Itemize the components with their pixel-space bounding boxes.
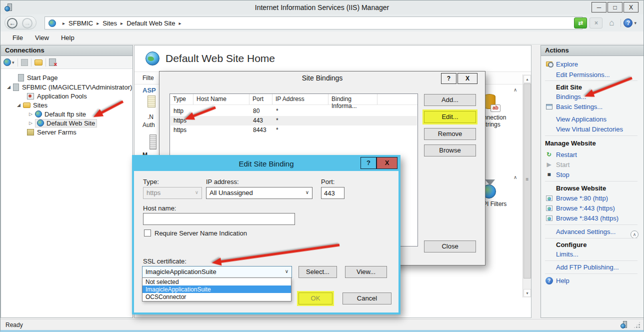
action-help[interactable]: ? Help	[541, 276, 644, 285]
breadcrumb-item-sites[interactable]: Sites	[102, 20, 117, 27]
refresh-page-icon[interactable]: ⇄	[574, 18, 587, 28]
action-view-applications[interactable]: View Applications	[541, 114, 644, 124]
tree-item-default-web-site[interactable]: ▷ Default Web Site	[29, 118, 97, 128]
divider	[545, 80, 638, 81]
scroll-down-icon[interactable]: ▾	[524, 289, 531, 297]
forward-button[interactable]: →	[22, 18, 32, 28]
column-header-type[interactable]: Type	[170, 94, 194, 104]
help-menu-button[interactable]: ? ▾	[624, 18, 636, 28]
tree-item-server-farms[interactable]: Server Farms	[27, 128, 76, 136]
add-button[interactable]: Add...	[424, 94, 476, 106]
tree-item-server[interactable]: ◢ SFBMIC (IMAGICLETV\Administrator)	[7, 82, 132, 92]
dialog-help-button[interactable]: ?	[441, 73, 456, 84]
action-limits[interactable]: Limits...	[541, 250, 644, 258]
tree-label: Default ftp site	[44, 110, 86, 118]
server-icon	[13, 84, 19, 91]
scroll-up-icon[interactable]: ▴	[524, 75, 531, 83]
view-certificate-button[interactable]: View...	[345, 266, 387, 278]
help-icon: ?	[546, 277, 553, 284]
tree-item-sites[interactable]: ◢ Sites	[17, 100, 48, 110]
stop-icon[interactable]: ×	[590, 18, 602, 28]
tree-expanded-icon[interactable]: ◢	[17, 102, 23, 108]
content-scrollbar[interactable]: ▴ ≡ ▾	[522, 74, 531, 298]
tree-item-default-ftp-site[interactable]: ▷ Default ftp site	[29, 110, 86, 118]
menu-help[interactable]: Help	[55, 34, 80, 42]
port-input[interactable]	[321, 187, 344, 199]
dialog-close-button[interactable]: X	[458, 73, 478, 84]
tree-collapsed-icon[interactable]: ▷	[29, 112, 35, 116]
feature-label-fragment: Auth	[142, 122, 155, 128]
up-folder-icon[interactable]	[34, 60, 42, 66]
close-button[interactable]: X	[624, 2, 638, 12]
minimize-button[interactable]: ─	[592, 2, 606, 12]
close-dialog-button[interactable]: Close	[424, 240, 476, 252]
breadcrumb-globe-icon	[48, 20, 56, 27]
edit-button[interactable]: Edit...	[424, 111, 476, 123]
host-name-label: Host name:	[143, 204, 176, 212]
close-icon: X	[466, 75, 470, 82]
tree-collapsed-icon[interactable]: ▷	[29, 120, 35, 126]
action-bindings[interactable]: Bindings...	[541, 92, 644, 101]
group-collapse-icon[interactable]: ∧	[514, 174, 517, 180]
maximize-button[interactable]: □	[608, 2, 622, 12]
back-button[interactable]: ←	[7, 18, 18, 28]
column-header-host-name[interactable]: Host Name	[194, 94, 250, 104]
host-name-input[interactable]	[143, 213, 295, 225]
breadcrumb-item-server[interactable]: SFBMIC	[68, 20, 93, 27]
ssl-option-not-selected[interactable]: Not selected	[142, 278, 291, 286]
divider	[545, 238, 638, 238]
binding-row-https-8443[interactable]: https 8443 *	[170, 126, 417, 135]
action-browse-443[interactable]: Browse *:443 (https)	[541, 204, 644, 212]
save-icon[interactable]	[21, 59, 28, 66]
feature-group-header-fragment: ASP	[142, 86, 156, 94]
action-add-ftp-publishing[interactable]: Add FTP Publishing...	[541, 262, 644, 272]
action-advanced-settings[interactable]: Advanced Settings...	[541, 227, 644, 236]
select-certificate-button[interactable]: Select...	[298, 266, 337, 278]
ssl-certificate-select[interactable]: ImagicleApplicationSuite ∨	[142, 266, 292, 278]
resize-grip[interactable]	[634, 322, 640, 328]
action-browse-80[interactable]: Browse *:80 (http)	[541, 194, 644, 202]
action-stop[interactable]: ■ Stop	[541, 170, 644, 179]
column-header-port[interactable]: Port	[250, 94, 272, 104]
tree-expanded-icon[interactable]: ◢	[7, 84, 13, 90]
ip-address-select[interactable]: All Unassigned ∨	[206, 187, 312, 199]
action-edit-permissions[interactable]: Edit Permissions...	[541, 70, 644, 79]
ssl-option-imagicle[interactable]: ImagicleApplicationSuite	[142, 286, 291, 293]
dialog-close-button[interactable]: X	[376, 157, 398, 169]
menu-view[interactable]: View	[29, 34, 55, 42]
breadcrumb[interactable]: ▸ SFBMIC ▸ Sites ▸ Default Web Site ▸	[44, 16, 582, 30]
disconnect-server-icon[interactable]	[49, 58, 56, 66]
ok-button[interactable]: OK	[298, 292, 332, 304]
divider	[46, 58, 46, 66]
feature-label-fragment: .N	[148, 114, 154, 120]
tree-selection: Default Web Site	[35, 119, 97, 128]
action-browse-8443[interactable]: Browse *:8443 (https)	[541, 214, 644, 222]
scrollbar-thumb[interactable]: ≡	[524, 84, 531, 278]
group-collapse-icon[interactable]: ∧	[514, 87, 517, 92]
ssl-option-ocsconnector[interactable]: OCSConnector	[142, 293, 291, 300]
breadcrumb-separator-icon: ▸	[96, 20, 99, 26]
column-header-ip-address[interactable]: IP Address	[272, 94, 328, 104]
action-explore[interactable]: Explore	[541, 60, 644, 68]
breadcrumb-item-default-web-site[interactable]: Default Web Site	[126, 20, 175, 27]
require-sni-checkbox[interactable]	[144, 230, 151, 236]
column-header-binding-information[interactable]: Binding Informa...	[328, 94, 378, 104]
dialog-help-button[interactable]: ?	[360, 157, 376, 169]
tree-item-application-pools[interactable]: Application Pools	[27, 92, 87, 100]
cancel-button[interactable]: Cancel	[342, 292, 392, 304]
connect-globe-icon	[4, 58, 11, 66]
action-basic-settings[interactable]: Basic Settings...	[541, 102, 644, 111]
tree-item-start-page[interactable]: Start Page	[18, 73, 58, 82]
action-view-virtual-directories[interactable]: View Virtual Directories	[541, 124, 644, 134]
home-icon[interactable]: ⌂	[605, 18, 618, 28]
action-restart[interactable]: ↻ Restart	[541, 150, 644, 159]
binding-row-https-443[interactable]: https 443 *	[170, 116, 417, 126]
remove-button[interactable]: Remove	[424, 128, 476, 140]
binding-row-http-80[interactable]: http 80 *	[170, 106, 417, 116]
page-title: Default Web Site Home	[166, 52, 275, 64]
browse-button[interactable]: Browse	[424, 144, 476, 156]
chevron-down-icon: ▾	[12, 60, 14, 65]
create-connection-button[interactable]: ▾	[4, 58, 14, 66]
actions-group-edit-site: Edit Site	[541, 82, 644, 92]
menu-file[interactable]: File	[6, 34, 29, 42]
